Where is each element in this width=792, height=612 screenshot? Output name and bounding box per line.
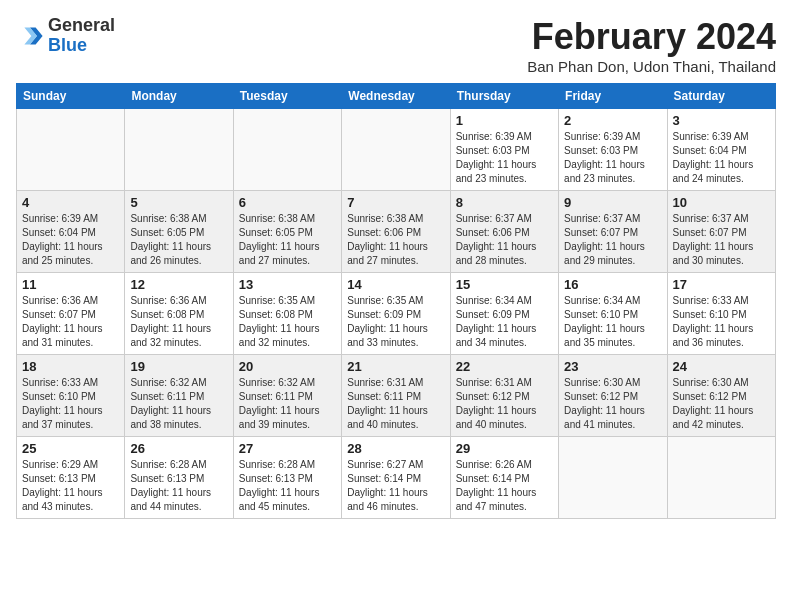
- day-number: 4: [22, 195, 119, 210]
- logo-general-text: General: [48, 15, 115, 35]
- day-info: Sunrise: 6:26 AM Sunset: 6:14 PM Dayligh…: [456, 458, 553, 514]
- calendar-cell: 21Sunrise: 6:31 AM Sunset: 6:11 PM Dayli…: [342, 355, 450, 437]
- location-subtitle: Ban Phan Don, Udon Thani, Thailand: [527, 58, 776, 75]
- day-info: Sunrise: 6:39 AM Sunset: 6:04 PM Dayligh…: [22, 212, 119, 268]
- day-number: 14: [347, 277, 444, 292]
- logo-blue-text: Blue: [48, 35, 87, 55]
- calendar-cell: 1Sunrise: 6:39 AM Sunset: 6:03 PM Daylig…: [450, 109, 558, 191]
- calendar-cell: 18Sunrise: 6:33 AM Sunset: 6:10 PM Dayli…: [17, 355, 125, 437]
- day-info: Sunrise: 6:36 AM Sunset: 6:08 PM Dayligh…: [130, 294, 227, 350]
- day-info: Sunrise: 6:27 AM Sunset: 6:14 PM Dayligh…: [347, 458, 444, 514]
- day-info: Sunrise: 6:31 AM Sunset: 6:11 PM Dayligh…: [347, 376, 444, 432]
- calendar-cell: 22Sunrise: 6:31 AM Sunset: 6:12 PM Dayli…: [450, 355, 558, 437]
- calendar-cell: 29Sunrise: 6:26 AM Sunset: 6:14 PM Dayli…: [450, 437, 558, 519]
- day-number: 25: [22, 441, 119, 456]
- day-number: 18: [22, 359, 119, 374]
- calendar-cell: 10Sunrise: 6:37 AM Sunset: 6:07 PM Dayli…: [667, 191, 775, 273]
- calendar-cell: 11Sunrise: 6:36 AM Sunset: 6:07 PM Dayli…: [17, 273, 125, 355]
- calendar-cell: 25Sunrise: 6:29 AM Sunset: 6:13 PM Dayli…: [17, 437, 125, 519]
- day-number: 17: [673, 277, 770, 292]
- calendar-cell: [559, 437, 667, 519]
- day-number: 28: [347, 441, 444, 456]
- day-number: 21: [347, 359, 444, 374]
- logo-icon: [16, 22, 44, 50]
- day-number: 15: [456, 277, 553, 292]
- day-info: Sunrise: 6:32 AM Sunset: 6:11 PM Dayligh…: [130, 376, 227, 432]
- day-number: 19: [130, 359, 227, 374]
- column-header-thursday: Thursday: [450, 84, 558, 109]
- day-info: Sunrise: 6:32 AM Sunset: 6:11 PM Dayligh…: [239, 376, 336, 432]
- day-info: Sunrise: 6:34 AM Sunset: 6:09 PM Dayligh…: [456, 294, 553, 350]
- calendar-cell: 2Sunrise: 6:39 AM Sunset: 6:03 PM Daylig…: [559, 109, 667, 191]
- day-number: 29: [456, 441, 553, 456]
- day-number: 27: [239, 441, 336, 456]
- day-number: 23: [564, 359, 661, 374]
- calendar-cell: 12Sunrise: 6:36 AM Sunset: 6:08 PM Dayli…: [125, 273, 233, 355]
- day-info: Sunrise: 6:28 AM Sunset: 6:13 PM Dayligh…: [130, 458, 227, 514]
- day-info: Sunrise: 6:35 AM Sunset: 6:09 PM Dayligh…: [347, 294, 444, 350]
- column-header-tuesday: Tuesday: [233, 84, 341, 109]
- day-info: Sunrise: 6:33 AM Sunset: 6:10 PM Dayligh…: [673, 294, 770, 350]
- calendar-cell: [125, 109, 233, 191]
- calendar-cell: [667, 437, 775, 519]
- month-year-title: February 2024: [527, 16, 776, 58]
- day-info: Sunrise: 6:37 AM Sunset: 6:06 PM Dayligh…: [456, 212, 553, 268]
- day-number: 22: [456, 359, 553, 374]
- column-header-friday: Friday: [559, 84, 667, 109]
- day-info: Sunrise: 6:37 AM Sunset: 6:07 PM Dayligh…: [564, 212, 661, 268]
- day-info: Sunrise: 6:36 AM Sunset: 6:07 PM Dayligh…: [22, 294, 119, 350]
- day-info: Sunrise: 6:31 AM Sunset: 6:12 PM Dayligh…: [456, 376, 553, 432]
- calendar-cell: 23Sunrise: 6:30 AM Sunset: 6:12 PM Dayli…: [559, 355, 667, 437]
- calendar-cell: 17Sunrise: 6:33 AM Sunset: 6:10 PM Dayli…: [667, 273, 775, 355]
- calendar-cell: 3Sunrise: 6:39 AM Sunset: 6:04 PM Daylig…: [667, 109, 775, 191]
- day-info: Sunrise: 6:35 AM Sunset: 6:08 PM Dayligh…: [239, 294, 336, 350]
- day-number: 24: [673, 359, 770, 374]
- day-info: Sunrise: 6:28 AM Sunset: 6:13 PM Dayligh…: [239, 458, 336, 514]
- calendar-week-row: 25Sunrise: 6:29 AM Sunset: 6:13 PM Dayli…: [17, 437, 776, 519]
- calendar-week-row: 4Sunrise: 6:39 AM Sunset: 6:04 PM Daylig…: [17, 191, 776, 273]
- day-info: Sunrise: 6:37 AM Sunset: 6:07 PM Dayligh…: [673, 212, 770, 268]
- calendar-week-row: 1Sunrise: 6:39 AM Sunset: 6:03 PM Daylig…: [17, 109, 776, 191]
- calendar-cell: [342, 109, 450, 191]
- calendar-cell: 16Sunrise: 6:34 AM Sunset: 6:10 PM Dayli…: [559, 273, 667, 355]
- day-number: 26: [130, 441, 227, 456]
- calendar-cell: 14Sunrise: 6:35 AM Sunset: 6:09 PM Dayli…: [342, 273, 450, 355]
- logo: General Blue: [16, 16, 115, 56]
- day-info: Sunrise: 6:39 AM Sunset: 6:04 PM Dayligh…: [673, 130, 770, 186]
- calendar-cell: 13Sunrise: 6:35 AM Sunset: 6:08 PM Dayli…: [233, 273, 341, 355]
- day-number: 8: [456, 195, 553, 210]
- day-number: 13: [239, 277, 336, 292]
- calendar-cell: 5Sunrise: 6:38 AM Sunset: 6:05 PM Daylig…: [125, 191, 233, 273]
- column-header-sunday: Sunday: [17, 84, 125, 109]
- day-info: Sunrise: 6:34 AM Sunset: 6:10 PM Dayligh…: [564, 294, 661, 350]
- calendar-cell: 6Sunrise: 6:38 AM Sunset: 6:05 PM Daylig…: [233, 191, 341, 273]
- calendar-cell: 27Sunrise: 6:28 AM Sunset: 6:13 PM Dayli…: [233, 437, 341, 519]
- calendar-cell: 15Sunrise: 6:34 AM Sunset: 6:09 PM Dayli…: [450, 273, 558, 355]
- day-number: 2: [564, 113, 661, 128]
- day-info: Sunrise: 6:38 AM Sunset: 6:06 PM Dayligh…: [347, 212, 444, 268]
- day-number: 11: [22, 277, 119, 292]
- day-info: Sunrise: 6:30 AM Sunset: 6:12 PM Dayligh…: [564, 376, 661, 432]
- day-number: 10: [673, 195, 770, 210]
- day-info: Sunrise: 6:29 AM Sunset: 6:13 PM Dayligh…: [22, 458, 119, 514]
- day-number: 7: [347, 195, 444, 210]
- calendar-cell: 4Sunrise: 6:39 AM Sunset: 6:04 PM Daylig…: [17, 191, 125, 273]
- day-info: Sunrise: 6:38 AM Sunset: 6:05 PM Dayligh…: [130, 212, 227, 268]
- calendar-week-row: 18Sunrise: 6:33 AM Sunset: 6:10 PM Dayli…: [17, 355, 776, 437]
- calendar-cell: 9Sunrise: 6:37 AM Sunset: 6:07 PM Daylig…: [559, 191, 667, 273]
- column-header-wednesday: Wednesday: [342, 84, 450, 109]
- day-number: 12: [130, 277, 227, 292]
- title-area: February 2024 Ban Phan Don, Udon Thani, …: [527, 16, 776, 75]
- calendar-cell: 20Sunrise: 6:32 AM Sunset: 6:11 PM Dayli…: [233, 355, 341, 437]
- day-number: 20: [239, 359, 336, 374]
- page-header: General Blue February 2024 Ban Phan Don,…: [16, 16, 776, 75]
- calendar-cell: 19Sunrise: 6:32 AM Sunset: 6:11 PM Dayli…: [125, 355, 233, 437]
- column-header-saturday: Saturday: [667, 84, 775, 109]
- calendar-cell: [17, 109, 125, 191]
- day-info: Sunrise: 6:39 AM Sunset: 6:03 PM Dayligh…: [456, 130, 553, 186]
- calendar-table: SundayMondayTuesdayWednesdayThursdayFrid…: [16, 83, 776, 519]
- calendar-cell: 8Sunrise: 6:37 AM Sunset: 6:06 PM Daylig…: [450, 191, 558, 273]
- day-info: Sunrise: 6:38 AM Sunset: 6:05 PM Dayligh…: [239, 212, 336, 268]
- column-header-monday: Monday: [125, 84, 233, 109]
- day-number: 1: [456, 113, 553, 128]
